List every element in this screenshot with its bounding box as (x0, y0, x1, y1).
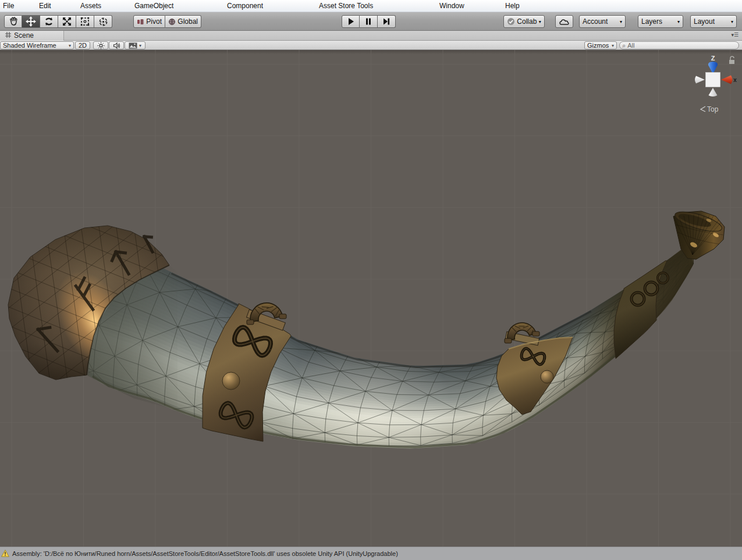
svg-text:x: x (733, 77, 737, 83)
svg-text:Top: Top (707, 105, 719, 113)
svg-text:Z: Z (711, 55, 715, 62)
